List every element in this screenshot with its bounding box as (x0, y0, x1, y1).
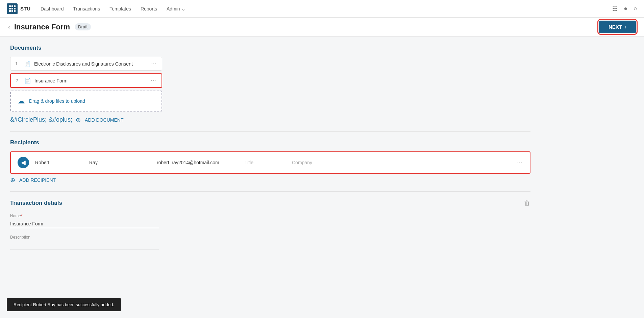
main-content: Documents 1 📄 Electronic Disclosures and… (0, 36, 541, 264)
section-divider-1 (10, 131, 530, 132)
plus-circle-icon: &#CirclePlus; (10, 116, 47, 123)
add-document-button[interactable]: &#CirclePlus; &#oplus; ⊕ ADD DOCUMENT (10, 116, 530, 123)
document-item-2: 2 📄 Insurance Form ⋯ (10, 73, 162, 88)
nav-transactions[interactable]: Transactions (73, 5, 100, 13)
recipient-last-name-1: Ray (89, 160, 157, 165)
nav-dashboard[interactable]: Dashboard (41, 5, 64, 13)
doc-name-2: Insurance Form (34, 78, 151, 83)
nav-reports[interactable]: Reports (141, 5, 157, 13)
add-recipient-plus-icon: ⊕ (10, 177, 15, 183)
documents-section-title: Documents (10, 45, 530, 51)
chevron-down-icon: ⌄ (181, 6, 185, 11)
doc-num-2: 2 (16, 78, 21, 83)
doc-file-icon-2: 📄 (24, 77, 31, 84)
description-field-group: Description (10, 235, 159, 249)
logo-icon (7, 3, 18, 14)
top-navigation: STU Dashboard Transactions Templates Rep… (0, 0, 644, 18)
recipient-more-icon-1[interactable]: ⋯ (517, 160, 523, 166)
nav-right-icons: ☷ ● ○ (612, 5, 637, 13)
drag-drop-text: Drag & drop files to upload (29, 98, 85, 104)
description-label: Description (10, 235, 159, 240)
section-divider-2 (10, 191, 530, 192)
doc-file-icon-1: 📄 (24, 60, 31, 67)
transaction-details-title: Transaction details (10, 200, 524, 206)
drag-drop-area[interactable]: ☁ Drag & drop files to upload (10, 91, 162, 112)
document-item-1: 1 📄 Electronic Disclosures and Signature… (10, 57, 162, 71)
logo-area: STU (7, 3, 30, 14)
add-doc-plus-icon: &#oplus; (49, 116, 72, 123)
name-input[interactable] (10, 220, 159, 228)
description-input[interactable] (10, 241, 159, 249)
doc-name-1: Electronic Disclosures and Signatures Co… (34, 61, 151, 67)
person-icon: ◀ (21, 159, 26, 166)
recipient-company-placeholder-1: Company (292, 160, 517, 165)
chevron-right-icon: › (625, 24, 626, 30)
transaction-details-header: Transaction details 🗑 (10, 199, 530, 207)
nav-admin[interactable]: Admin ⌄ (167, 5, 185, 13)
recipients-section-title: Recipients (10, 139, 530, 146)
brand-name: STU (20, 6, 30, 11)
page-title: Insurance Form (14, 23, 70, 31)
add-recipient-label: ADD RECIPIENT (19, 177, 56, 183)
recipient-email-1: robert_ray2014@hotmail.com (157, 160, 245, 165)
delete-transaction-icon[interactable]: 🗑 (524, 199, 530, 207)
doc-more-icon-2[interactable]: ⋯ (151, 77, 157, 84)
recipient-title-placeholder-1: Title (245, 160, 292, 165)
nav-templates[interactable]: Templates (109, 5, 131, 13)
grid-icon[interactable]: ☷ (612, 5, 618, 13)
back-button[interactable]: ‹ (8, 23, 10, 30)
name-field-group: Name* (10, 214, 159, 228)
name-label: Name* (10, 214, 159, 218)
add-icon: ⊕ (76, 117, 81, 123)
add-recipient-button[interactable]: ⊕ ADD RECIPIENT (10, 177, 530, 183)
globe-icon[interactable]: ● (624, 5, 627, 12)
doc-more-icon-1[interactable]: ⋯ (151, 60, 157, 67)
draft-badge: Draft (75, 23, 91, 30)
add-document-label: ADD DOCUMENT (85, 117, 123, 123)
nav-links: Dashboard Transactions Templates Reports… (41, 5, 612, 13)
header-bar: ‹ Insurance Form Draft NEXT › (0, 18, 644, 36)
recipient-row-1: ◀ Robert Ray robert_ray2014@hotmail.com … (10, 151, 530, 174)
recipient-first-name-1: Robert (35, 160, 89, 165)
recipient-avatar-1: ◀ (18, 157, 29, 168)
upload-cloud-icon: ☁ (18, 97, 25, 105)
doc-num-1: 1 (15, 61, 21, 66)
user-icon[interactable]: ○ (634, 5, 637, 12)
next-button[interactable]: NEXT › (599, 21, 636, 33)
